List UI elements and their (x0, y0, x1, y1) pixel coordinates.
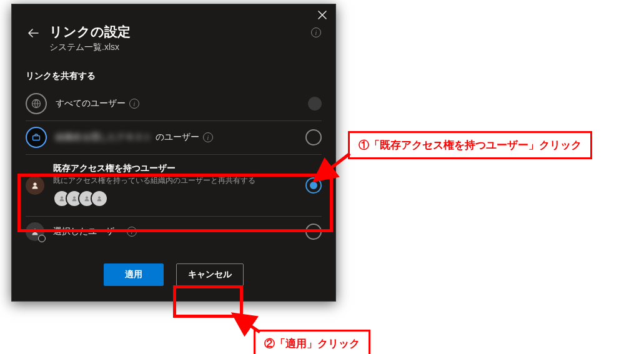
globe-icon (26, 93, 47, 114)
svg-point-4 (73, 197, 76, 199)
info-icon[interactable]: i (310, 27, 322, 38)
info-icon[interactable]: i (203, 132, 213, 142)
annotation-callout-1: ①「既存アクセス権を持つユーザー」クリック (348, 131, 592, 159)
option-specific-people[interactable]: 選択したユーザー i (18, 216, 329, 247)
info-icon[interactable]: i (127, 227, 137, 237)
option-existing-access[interactable]: 既存アクセス権を持つユーザー 既にアクセス権を持っている組織内のユーザーと再共有… (18, 154, 329, 216)
avatar (91, 190, 108, 207)
annotation-callout-2: ②「適用」クリック (254, 330, 370, 354)
apply-button[interactable]: 適用 (104, 263, 164, 286)
close-icon[interactable] (315, 8, 329, 22)
dialog-title: リンクの設定 (49, 23, 131, 41)
option-anyone[interactable]: すべてのユーザー i (18, 87, 329, 120)
option-organization[interactable]: 組織名を隠したテキスト のユーザー i (18, 120, 329, 154)
info-icon[interactable]: i (129, 99, 139, 109)
dialog-subtitle: システム一覧.xlsx (49, 42, 131, 53)
share-scope-options: すべてのユーザー i 組織名を隠したテキスト のユーザー i (12, 87, 335, 250)
svg-rect-1 (33, 136, 40, 140)
section-label: リンクを共有する (12, 59, 335, 87)
back-icon[interactable] (26, 26, 41, 41)
svg-point-6 (98, 197, 101, 199)
svg-point-7 (33, 229, 36, 232)
option-organization-label-suffix: のユーザー (156, 132, 199, 143)
option-organization-hidden-name: 組織名を隠したテキスト (56, 132, 152, 143)
person-icon (26, 176, 44, 195)
option-specific-radio[interactable] (305, 224, 322, 240)
svg-point-3 (61, 197, 63, 199)
link-settings-dialog: リンクの設定 システム一覧.xlsx i リンクを共有する すべてのユーザー i (11, 4, 336, 302)
briefcase-icon (26, 127, 47, 148)
option-existing-label: 既存アクセス権を持つユーザー (53, 163, 176, 174)
option-organization-radio[interactable] (305, 129, 322, 145)
existing-access-avatars (53, 190, 297, 207)
svg-point-5 (86, 197, 88, 199)
option-existing-radio[interactable] (305, 177, 322, 194)
option-anyone-radio (308, 97, 322, 111)
cancel-button[interactable]: キャンセル (176, 263, 244, 286)
option-specific-label: 選択したユーザー (53, 226, 123, 237)
option-existing-description: 既にアクセス権を持っている組織内のユーザーと再共有する (53, 175, 297, 186)
option-anyone-label: すべてのユーザー (56, 98, 126, 109)
svg-point-2 (33, 182, 36, 185)
person-plus-icon (26, 222, 44, 241)
